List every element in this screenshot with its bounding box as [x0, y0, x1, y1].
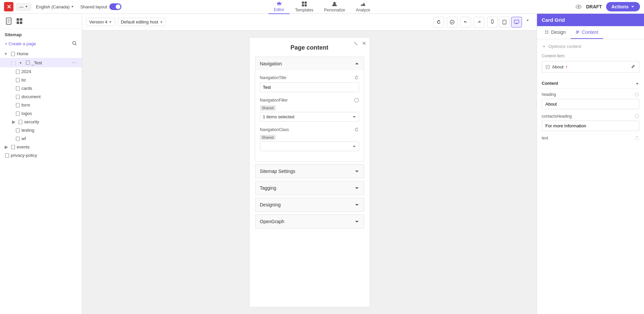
refresh-spinning-icon[interactable]: [354, 127, 359, 132]
nav-filter-select[interactable]: 1 items selected: [260, 112, 359, 122]
svg-rect-17: [16, 86, 19, 90]
content-item-label: Content item: [542, 54, 639, 58]
page-file-icon: [15, 69, 20, 74]
nav-analyze[interactable]: Analyze: [351, 0, 376, 14]
tree-item-bc[interactable]: bc: [0, 76, 82, 84]
drag-handle: ⋮⋮: [9, 60, 17, 65]
tree-container: ▾ Home ⋮⋮ ▾ _Test ··· 2024 bc: [0, 50, 82, 314]
nav-personalize[interactable]: Personalize: [319, 0, 351, 14]
svg-rect-27: [491, 20, 493, 23]
svg-rect-33: [576, 31, 579, 32]
nav-editor[interactable]: Editor: [268, 0, 289, 14]
close-panel-button[interactable]: ✕: [361, 40, 368, 47]
expand-button[interactable]: [525, 17, 533, 26]
page-file-icon: [5, 153, 9, 158]
app-logo[interactable]: ✕: [4, 2, 13, 11]
nav-title-field: NavigationTitle: [260, 75, 359, 92]
shared-layout-toggle[interactable]: Shared layout: [80, 3, 121, 10]
actions-button[interactable]: Actions: [606, 2, 640, 11]
accordion-navigation: Navigation NavigationTitle: [255, 57, 364, 162]
check-button[interactable]: [447, 17, 458, 27]
content-item-icon: [545, 65, 550, 69]
tree-item-home[interactable]: ▾ Home: [0, 50, 82, 58]
accordion-sitemap-header[interactable]: Sitemap Settings: [255, 165, 364, 178]
tab-design[interactable]: Design: [540, 26, 571, 39]
tree-item-security[interactable]: ▶ security: [0, 118, 82, 126]
tree-item-privacy-policy[interactable]: privacy-policy: [0, 151, 82, 160]
nav-title-input[interactable]: [260, 82, 359, 92]
svg-rect-19: [16, 103, 19, 107]
chevron-icon: ▾: [19, 60, 24, 65]
svg-rect-18: [16, 95, 19, 99]
more-options-button[interactable]: ···: [71, 60, 77, 66]
tree-item-test[interactable]: ⋮⋮ ▾ _Test ···: [0, 58, 82, 67]
svg-point-30: [504, 23, 504, 24]
text-field: text: [542, 136, 639, 140]
tablet-view-button[interactable]: [499, 17, 510, 27]
redo-button[interactable]: [474, 17, 484, 27]
accordion-opengraph-header[interactable]: OpenGraph: [255, 215, 364, 228]
language-selector[interactable]: English (Canada): [34, 4, 76, 10]
site-selector[interactable]: —: [16, 3, 31, 10]
refresh-button[interactable]: [433, 17, 444, 27]
svg-point-12: [73, 42, 76, 45]
center-area: Version 4 Default editing host: [82, 14, 537, 314]
accordion-designing: Designing: [255, 198, 364, 212]
refresh-icon[interactable]: [354, 98, 359, 103]
svg-rect-8: [17, 18, 19, 21]
content-accordion-header[interactable]: Content: [542, 78, 639, 89]
tree-item-2024[interactable]: 2024: [0, 67, 82, 76]
undo-button[interactable]: [460, 17, 471, 27]
tree-item-form[interactable]: form: [0, 101, 82, 109]
page-file-icon: [25, 60, 30, 65]
tree-item-wf[interactable]: wf: [0, 134, 82, 143]
accordion-designing-header[interactable]: Designing: [255, 198, 364, 211]
contacts-heading-field: contactsHeading: [542, 114, 639, 131]
accordion-navigation-header[interactable]: Navigation: [255, 57, 364, 70]
nav-class-field: NavigationClass Shared: [260, 127, 359, 151]
desktop-view-button[interactable]: [511, 17, 522, 27]
page-file-icon: [15, 103, 20, 108]
host-selector[interactable]: Default editing host: [118, 18, 166, 26]
mobile-view-button[interactable]: [487, 17, 498, 27]
accordion-tagging-header[interactable]: Tagging: [255, 181, 364, 195]
svg-rect-1: [305, 2, 307, 4]
view-options: [487, 17, 522, 27]
refresh-icon[interactable]: [354, 75, 359, 80]
nav-class-select[interactable]: [260, 141, 359, 151]
contacts-heading-input[interactable]: [542, 121, 639, 131]
editor-toolbar: Version 4 Default editing host: [82, 14, 537, 30]
tree-item-document[interactable]: document: [0, 92, 82, 101]
svg-rect-31: [514, 20, 519, 23]
grid-icon[interactable]: [15, 17, 23, 25]
version-selector[interactable]: Version 4: [86, 18, 115, 26]
edit-content-item-button[interactable]: [631, 64, 636, 70]
create-page-button[interactable]: + Create a page: [5, 41, 36, 46]
svg-point-32: [355, 98, 359, 102]
chevron-icon: ▶: [12, 119, 17, 124]
tab-content[interactable]: Content: [571, 26, 603, 39]
nav-templates[interactable]: Templates: [290, 0, 319, 14]
text-refresh-spinning-icon[interactable]: [635, 136, 639, 140]
page-icon[interactable]: [5, 17, 13, 25]
contacts-refresh-icon[interactable]: [635, 114, 639, 119]
preview-icon[interactable]: [575, 3, 582, 10]
expand-panel-button[interactable]: ⤡: [352, 40, 359, 47]
svg-rect-11: [20, 21, 22, 24]
left-sidebar: Sitemap + Create a page ▾ Home ⋮⋮ ▾ _Tes…: [0, 14, 82, 314]
heading-input[interactable]: [542, 99, 639, 109]
tree-item-logos[interactable]: logos: [0, 109, 82, 118]
tree-item-events[interactable]: ▶ events: [0, 143, 82, 151]
right-panel-tabs: Design Content: [537, 26, 644, 39]
create-page-row: + Create a page: [0, 39, 82, 50]
toggle-switch[interactable]: [109, 3, 121, 10]
svg-rect-15: [16, 70, 19, 74]
panel-controls: ⤡ ✕: [352, 40, 368, 47]
search-button[interactable]: [72, 41, 77, 47]
tree-item-testing[interactable]: testing: [0, 126, 82, 134]
heading-refresh-icon[interactable]: [635, 92, 639, 97]
svg-rect-3: [305, 4, 307, 6]
optimize-content-button[interactable]: Optimize content: [542, 44, 581, 49]
tree-item-cards[interactable]: cards: [0, 84, 82, 92]
shared-badge: Shared: [260, 105, 276, 111]
